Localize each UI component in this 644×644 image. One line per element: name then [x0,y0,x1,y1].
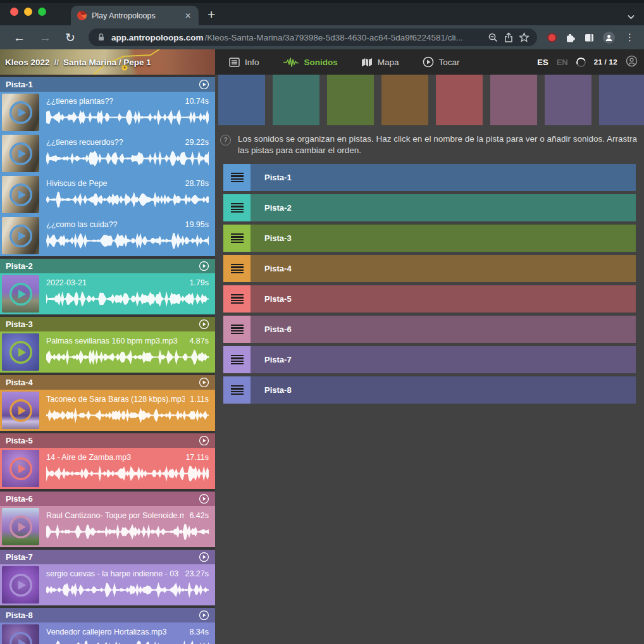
track-row[interactable]: Pista-5 [223,285,636,313]
share-icon[interactable] [504,32,514,43]
clip[interactable]: Taconeo de Sara Baras (128 kbps).mp3 1.1… [0,390,215,431]
drag-handle[interactable] [223,376,251,404]
url-bar[interactable]: app.antropoloops.com /Kleos-Santa-Marina… [89,28,537,46]
drag-handle[interactable] [223,346,251,373]
clip[interactable]: Vendedor callejero Hortalizas.mp3 8.34s [0,622,215,644]
forward-button[interactable]: → [34,32,57,44]
side-panel-icon[interactable] [584,32,595,43]
play-track-icon[interactable] [199,79,209,90]
record-extension-icon[interactable] [547,33,557,42]
lang-es-button[interactable]: ES [537,58,548,67]
play-track-icon[interactable] [199,493,209,504]
drag-handle[interactable] [223,194,251,221]
play-track-icon[interactable] [199,319,209,330]
play-track-icon[interactable] [199,552,209,562]
track-swatch[interactable] [327,75,374,125]
clip-play-icon[interactable] [8,398,34,423]
reload-button[interactable]: ↻ [59,32,81,44]
play-track-icon[interactable] [199,610,209,621]
tab-tocar[interactable]: Tocar [423,56,460,68]
track-header[interactable]: Pista-7 [0,550,215,564]
clip-thumbnail[interactable] [2,135,39,172]
clip-thumbnail[interactable] [2,566,39,604]
clip-thumbnail[interactable] [2,624,39,644]
close-window-button[interactable] [10,8,18,16]
clip[interactable]: 2022-03-21 1.79s [0,273,215,314]
extensions-puzzle-icon[interactable] [565,32,576,43]
new-tab-button[interactable]: + [207,6,215,23]
clip-thumbnail[interactable] [2,333,39,371]
clip[interactable]: ¿¿tienes recuerdos?? 29.22s [0,133,215,174]
track-header[interactable]: Pista-5 [0,433,215,448]
clip-thumbnail[interactable] [2,94,39,131]
track-swatch[interactable] [218,75,265,125]
clip-play-icon[interactable] [8,100,34,125]
drag-handle[interactable] [223,225,251,252]
bookmark-star-icon[interactable] [519,32,529,43]
track-header[interactable]: Pista-8 [0,608,215,622]
tab-search-chevron-icon[interactable] [627,11,635,22]
track-swatch[interactable] [599,75,644,125]
track-row[interactable]: Pista-4 [223,255,636,282]
clip[interactable]: ¿¿como las cuida?? 19.95s [0,215,215,256]
play-track-icon[interactable] [199,261,209,271]
clip[interactable]: ¿¿tienes plantas?? 10.74s [0,92,215,133]
clip-play-icon[interactable] [8,182,34,207]
clip-play-icon[interactable] [8,514,34,540]
clip-thumbnail[interactable] [2,217,39,254]
browser-menu-icon[interactable]: ⋮ [623,32,636,43]
tab-mapa[interactable]: Mapa [361,58,399,67]
clip[interactable]: 14 - Aire de Zamba.mp3 17.11s [0,448,215,489]
minimize-window-button[interactable] [24,8,32,16]
clip-thumbnail[interactable] [2,450,39,487]
browser-tab[interactable]: Play Antropoloops ✕ [71,6,199,25]
zoom-out-icon[interactable] [488,32,498,43]
track-swatch[interactable] [381,75,428,125]
tab-close-icon[interactable]: ✕ [183,11,192,20]
track-header[interactable]: Pista-6 [0,492,215,506]
account-icon[interactable] [626,55,638,70]
track-swatch[interactable] [545,75,591,125]
clip-play-icon[interactable] [8,456,34,481]
clip[interactable]: Hiviscus de Pepe 28.78s [0,174,215,215]
track-header[interactable]: Pista-2 [0,259,215,273]
clip-play-icon[interactable] [8,340,34,365]
track-swatch[interactable] [436,75,483,125]
clip-thumbnail[interactable] [2,508,39,545]
clip-play-icon[interactable] [8,573,34,598]
profile-avatar[interactable] [603,32,615,44]
track-header[interactable]: Pista-1 [0,77,215,92]
drag-handle[interactable] [223,285,251,313]
track-header[interactable]: Pista-3 [0,317,215,331]
track-row[interactable]: Pista-1 [223,164,636,191]
lang-en-button[interactable]: EN [557,58,568,67]
clip-play-icon[interactable] [8,141,34,166]
track-row[interactable]: Pista-2 [223,194,636,221]
clip-play-icon[interactable] [8,282,34,307]
clip-thumbnail[interactable] [2,392,39,429]
clip-play-icon[interactable] [8,223,34,249]
clip-play-icon[interactable] [8,631,34,644]
track-row[interactable]: Pista-8 [223,376,636,404]
project-hero-image[interactable]: Kleos 2022 // Santa Marina / Pepe 1 [0,49,215,75]
track-row[interactable]: Pista-3 [223,225,636,252]
clip-thumbnail[interactable] [2,176,39,213]
track-row[interactable]: Pista-7 [223,346,636,373]
clip-thumbnail[interactable] [2,275,39,313]
drag-handle[interactable] [223,164,251,191]
clip[interactable]: Palmas sevillanas 160 bpm mp3.mp3 4.87s [0,331,215,373]
play-track-icon[interactable] [199,377,209,388]
tab-info[interactable]: Info [229,58,259,67]
tab-sonidos[interactable]: Sonidos [283,57,338,68]
track-row[interactable]: Pista-6 [223,316,636,343]
drag-handle[interactable] [223,316,251,343]
track-header[interactable]: Pista-4 [0,375,215,390]
drag-handle[interactable] [223,255,251,282]
maximize-window-button[interactable] [38,8,46,16]
clip[interactable]: Raul Cantizano- Toque por Solenoide.mp3 … [0,506,215,547]
track-swatch[interactable] [490,75,537,125]
play-track-icon[interactable] [199,435,209,446]
track-swatch[interactable] [273,75,319,125]
back-button[interactable]: ← [8,32,31,44]
clip[interactable]: sergio cuevas - la harpe indienne - 03 -… [0,564,215,605]
